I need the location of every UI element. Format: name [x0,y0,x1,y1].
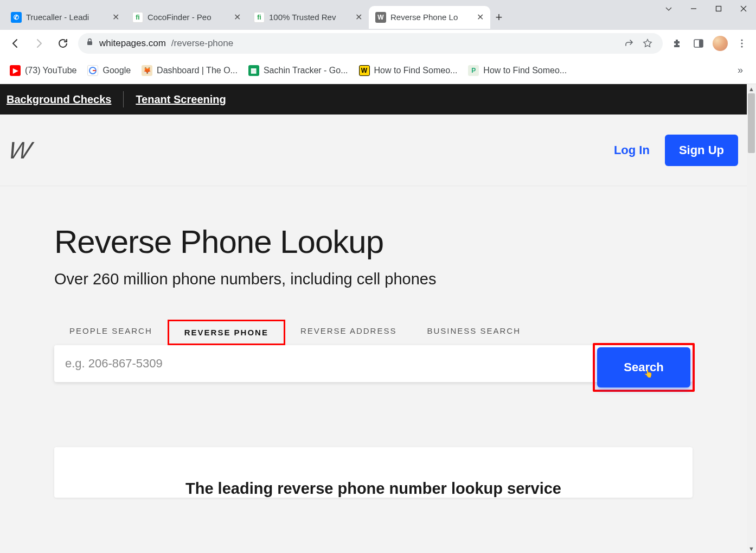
browser-chrome: ✆ Truecaller - Leadi ✕ fi CocoFinder - P… [0,0,756,84]
page-content: Background Checks Tenant Screening W Log… [0,84,747,553]
leading-card: The leading reverse phone number lookup … [54,447,693,498]
tab-title: CocoFinder - Peo [148,12,229,22]
bookmark-label: Sachin Tracker - Go... [264,66,348,75]
login-link[interactable]: Log In [614,143,650,157]
site-header: W Log In Sign Up [0,115,747,186]
tab-business-search[interactable]: BUSINESS SEARCH [412,320,536,345]
tab-reverse-phone[interactable]: W Reverse Phone Lo ✕ [369,6,490,29]
close-icon[interactable]: ✕ [234,12,241,22]
favicon-cocofinder-icon: fi [132,12,143,23]
hero-section: Reverse Phone Lookup Over 260 million ph… [0,186,747,498]
window-controls [656,0,756,17]
favicon-whitepages-icon: W [375,12,386,23]
bookmark-p-icon: P [468,65,479,76]
tab-cocofinder[interactable]: fi CocoFinder - Peo ✕ [126,6,247,29]
minimize-button[interactable] [681,0,706,17]
tab-search-icon[interactable] [656,0,681,17]
tab-title: Truecaller - Leadi [26,12,108,22]
svg-rect-6 [699,40,703,47]
url-path: /reverse-phone [171,38,233,49]
bookmark-label: How to Find Someo... [483,66,567,75]
address-bar[interactable]: whitepages.com/reverse-phone [78,33,663,54]
lock-icon [86,38,94,49]
tabs-row: ✆ Truecaller - Leadi ✕ fi CocoFinder - P… [0,0,756,30]
new-tab-button[interactable]: + [490,9,508,26]
youtube-icon: ▶ [10,65,21,76]
phone-search-input[interactable] [54,345,593,382]
share-icon[interactable] [622,36,637,51]
scroll-up-icon[interactable]: ▲ [747,84,756,93]
tab-title: 100% Trusted Rev [269,12,351,22]
favicon-truecaller-icon: ✆ [11,12,22,23]
url-host: whitepages.com [99,38,166,49]
link-background-checks[interactable]: Background Checks [7,93,111,106]
signup-button[interactable]: Sign Up [665,135,738,166]
bookmark-label: How to Find Someo... [374,66,458,75]
search-row: Search 👆 [54,345,693,382]
page-subtitle: Over 260 million phone numbers, includin… [54,270,693,288]
svg-point-8 [741,42,742,44]
bookmarks-bar: ▶ (73) YouTube Google 🦊 Dashboard | The … [0,57,756,84]
scroll-track[interactable] [747,93,756,544]
tab-reverse-address[interactable]: REVERSE ADDRESS [285,320,412,345]
svg-point-7 [741,39,742,41]
leading-heading: The leading reverse phone number lookup … [87,480,660,498]
tab-trusted-rev[interactable]: fi 100% Trusted Rev ✕ [247,6,369,29]
reload-button[interactable] [54,35,72,52]
sheets-icon: ▦ [248,65,259,76]
tab-truecaller[interactable]: ✆ Truecaller - Leadi ✕ [4,6,126,29]
bookmark-find-someone-1[interactable]: W How to Find Someo... [359,65,458,76]
bookmark-sachin-tracker[interactable]: ▦ Sachin Tracker - Go... [248,65,348,76]
top-nav-bar: Background Checks Tenant Screening [0,84,747,115]
forward-button[interactable] [30,35,48,52]
scroll-down-icon[interactable]: ▼ [747,544,756,553]
google-icon [87,65,98,76]
bookmark-google[interactable]: Google [87,65,131,76]
favicon-trusted-icon: fi [254,12,265,23]
bookmark-find-someone-2[interactable]: P How to Find Someo... [468,65,567,76]
tab-reverse-phone[interactable]: REVERSE PHONE [168,320,285,345]
bookmark-youtube[interactable]: ▶ (73) YouTube [10,65,76,76]
whitepages-logo-icon[interactable]: W [7,137,34,164]
tab-people-search[interactable]: PEOPLE SEARCH [54,320,168,345]
cursor-icon: 👆 [644,369,653,378]
address-row: whitepages.com/reverse-phone [0,30,756,57]
separator [123,91,124,107]
bookmark-label: Google [102,66,131,75]
link-tenant-screening[interactable]: Tenant Screening [136,93,226,106]
side-panel-icon[interactable] [691,36,706,51]
vertical-scrollbar[interactable]: ▲ ▼ [747,84,756,553]
profile-avatar[interactable] [713,36,728,51]
page-title: Reverse Phone Lookup [54,223,693,260]
dashboard-icon: 🦊 [142,65,152,76]
close-icon[interactable]: ✕ [112,12,119,22]
close-icon[interactable]: ✕ [477,12,484,22]
bookmark-w-icon: W [359,65,370,76]
viewport: Background Checks Tenant Screening W Log… [0,84,756,553]
maximize-button[interactable] [706,0,731,17]
close-window-button[interactable] [731,0,756,17]
bookmark-dashboard[interactable]: 🦊 Dashboard | The O... [142,65,238,76]
scroll-thumb[interactable] [748,93,755,153]
back-button[interactable] [7,35,24,52]
tab-title: Reverse Phone Lo [390,12,472,22]
svg-rect-1 [716,7,721,11]
svg-rect-4 [87,41,92,45]
bookmark-label: Dashboard | The O... [157,66,238,75]
search-tabs: PEOPLE SEARCH REVERSE PHONE REVERSE ADDR… [54,320,693,345]
extensions-icon[interactable] [669,36,684,51]
star-icon[interactable] [640,36,655,51]
search-button[interactable]: Search 👆 [597,347,690,387]
kebab-menu-icon[interactable] [734,36,749,51]
svg-point-9 [741,46,742,47]
bookmarks-overflow-icon[interactable]: » [738,65,746,76]
search-button-highlight: Search 👆 [593,343,695,392]
close-icon[interactable]: ✕ [355,12,362,22]
bookmark-label: (73) YouTube [25,66,76,75]
